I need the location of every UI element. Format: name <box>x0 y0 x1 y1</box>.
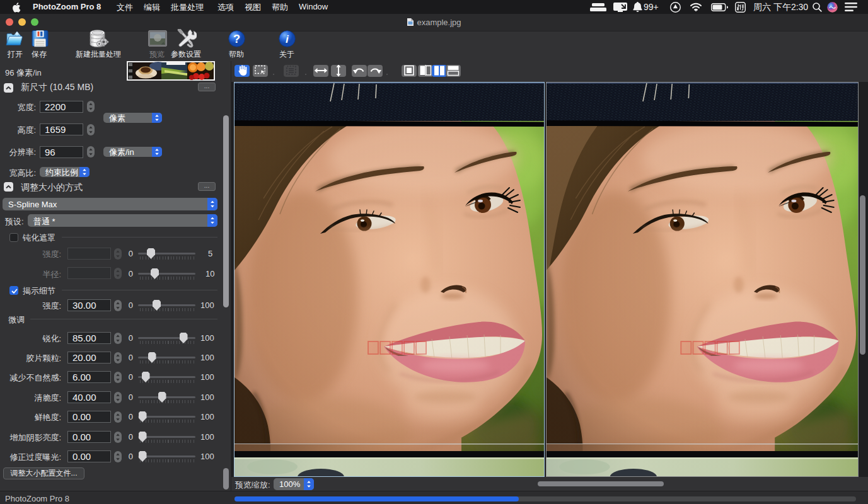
svg-text:?: ? <box>233 32 240 45</box>
